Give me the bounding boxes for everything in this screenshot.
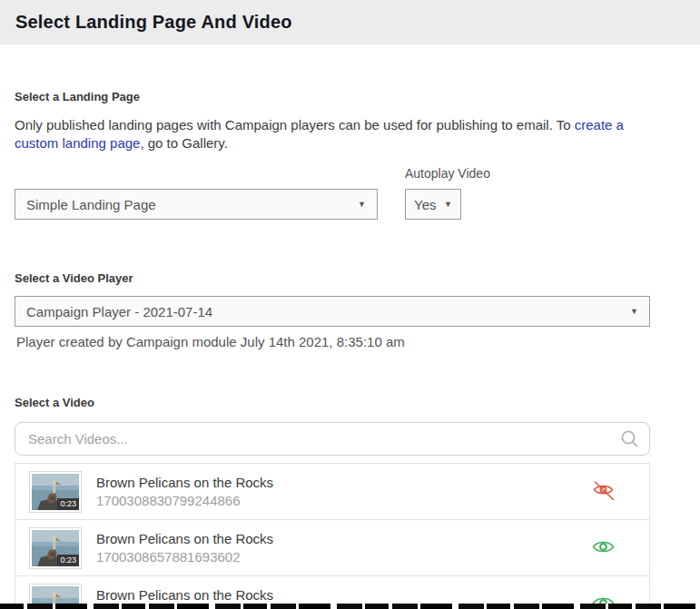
video-id: 1700308657881693602 <box>96 549 590 565</box>
video-player-select[interactable]: Campaign Player - 2021-07-14 ▼ <box>15 296 650 327</box>
video-search <box>15 422 650 456</box>
page-header: Select Landing Page And Video <box>0 0 700 44</box>
video-player-heading: Select a Video Player <box>15 271 685 285</box>
video-search-input[interactable] <box>15 422 650 456</box>
autoplay-video-select[interactable]: Yes ▼ <box>405 189 461 220</box>
eye-icon <box>591 537 616 559</box>
video-title: Brown Pelicans on the Rocks <box>96 587 590 604</box>
video-id: 1700308830799244866 <box>96 493 590 509</box>
autoplay-select-value: Yes <box>414 197 436 212</box>
video-meta: Brown Pelicans on the Rocks 170030865788… <box>96 531 590 565</box>
landing-page-heading: Select a Landing Page <box>15 90 685 103</box>
video-duration-badge: 0:23 <box>57 498 79 510</box>
autoplay-video-label: Autoplay Video <box>405 166 490 181</box>
glitch-artifact-strip <box>0 604 700 609</box>
chevron-down-icon: ▼ <box>358 200 366 209</box>
landing-page-select[interactable]: Simple Landing Page ▼ <box>15 189 378 220</box>
landing-page-select-value: Simple Landing Page <box>26 197 156 212</box>
video-row[interactable]: 0:23 Brown Pelicans on the Rocks 1700308… <box>15 520 649 576</box>
video-meta: Brown Pelicans on the Rocks 170030883079… <box>96 475 590 509</box>
autoplay-group: Autoplay Video Yes ▼ <box>405 166 490 220</box>
video-duration-badge: 0:23 <box>57 555 79 566</box>
main-content: Select a Landing Page Only published lan… <box>0 90 700 609</box>
player-helper-text: Player created by Campaign module July 1… <box>15 334 685 349</box>
description-text-after-link: , go to Gallery. <box>140 135 227 151</box>
video-thumbnail: 0:23 <box>29 527 82 569</box>
chevron-down-icon: ▼ <box>630 307 638 316</box>
video-player-select-value: Campaign Player - 2021-07-14 <box>26 304 212 319</box>
video-thumbnail: 0:23 <box>29 471 82 513</box>
landing-page-controls: Simple Landing Page ▼ Autoplay Video Yes… <box>15 166 685 220</box>
select-video-heading: Select a Video <box>15 396 685 409</box>
video-list: 0:23 Brown Pelicans on the Rocks 1700308… <box>15 463 650 609</box>
video-title: Brown Pelicans on the Rocks <box>96 531 590 547</box>
chevron-down-icon: ▼ <box>444 200 452 209</box>
search-icon <box>619 428 640 449</box>
landing-page-description: Only published landing pages with Campai… <box>15 116 650 152</box>
visibility-toggle-button[interactable] <box>590 537 616 559</box>
eye-off-icon <box>591 480 616 504</box>
video-title: Brown Pelicans on the Rocks <box>96 475 590 491</box>
description-text-before-link: Only published landing pages with Campai… <box>15 117 575 133</box>
video-row[interactable]: 0:23 Brown Pelicans on the Rocks 1700308… <box>15 464 649 520</box>
visibility-toggle-button[interactable] <box>590 480 616 504</box>
page-title: Select Landing Page And Video <box>15 12 292 33</box>
